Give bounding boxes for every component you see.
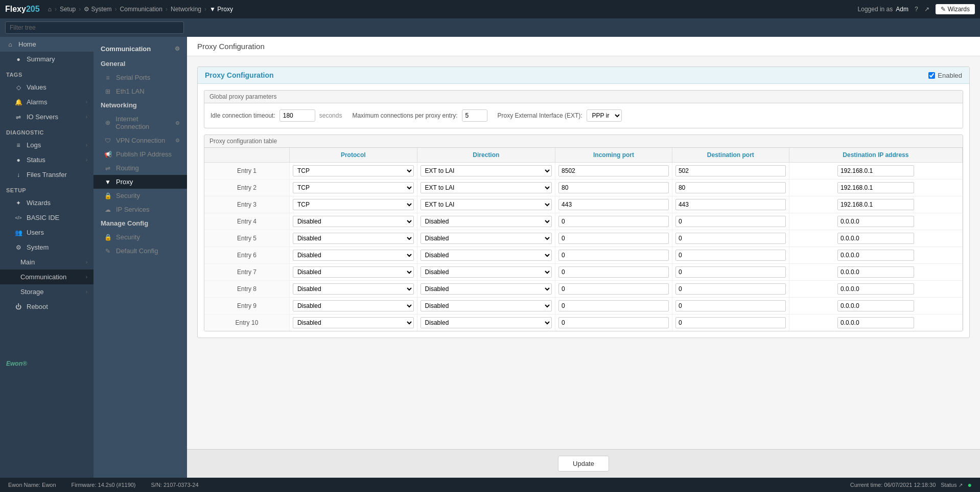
entry-dest-ip-6[interactable] <box>789 247 962 264</box>
breadcrumb-setup[interactable]: Setup <box>60 6 76 13</box>
entry-dest-ip-10[interactable] <box>789 315 962 331</box>
entry-dest-ip-9[interactable] <box>789 298 962 315</box>
sidebar-item-files-transfer[interactable]: ↓ Files Transfer <box>0 167 94 182</box>
incoming-port-input-8[interactable] <box>558 283 669 295</box>
update-button[interactable]: Update <box>558 456 609 472</box>
sidebar-item-io-servers[interactable]: ⇌ IO Servers › <box>0 109 94 124</box>
sidebar-item-status[interactable]: ● Status › <box>0 152 94 167</box>
entry-direction-6[interactable]: EXT to LAILAI to EXTDisabled <box>417 247 555 264</box>
entry-dest-port-9[interactable] <box>672 298 789 315</box>
dest-port-input-8[interactable] <box>675 283 786 295</box>
dest-port-input-7[interactable] <box>675 266 786 278</box>
entry-protocol-4[interactable]: TCPUDPDisabled <box>289 213 417 230</box>
sidebar-item-alarms[interactable]: 🔔 Alarms › <box>0 95 94 109</box>
sidebar-item-system[interactable]: ⚙ System <box>0 240 94 255</box>
filter-input[interactable] <box>5 21 184 34</box>
sidebar-item-users[interactable]: 👥 Users <box>0 225 94 240</box>
entry-protocol-6[interactable]: TCPUDPDisabled <box>289 247 417 264</box>
entry-direction-1[interactable]: EXT to LAILAI to EXTDisabled <box>417 163 555 180</box>
breadcrumb-home-icon[interactable]: ⌂ <box>48 6 52 13</box>
entry-incoming-port-3[interactable] <box>555 196 672 213</box>
sidebar-item-basic-ide[interactable]: </> BASIC IDE <box>0 210 94 225</box>
entry-incoming-port-7[interactable] <box>555 264 672 281</box>
protocol-select-1[interactable]: TCPUDPDisabled <box>293 165 414 176</box>
direction-select-1[interactable]: EXT to LAILAI to EXTDisabled <box>421 165 552 176</box>
breadcrumb-proxy[interactable]: ▼ Proxy <box>209 6 233 13</box>
dest-port-input-3[interactable] <box>675 199 786 210</box>
dest-port-input-6[interactable] <box>675 250 786 261</box>
sidebar-item-reboot[interactable]: ⏻ Reboot <box>0 299 94 314</box>
entry-dest-port-10[interactable] <box>672 315 789 331</box>
dest-port-input-2[interactable] <box>675 182 786 193</box>
sidebar-item-main[interactable]: Main › <box>0 255 94 270</box>
entry-dest-ip-1[interactable] <box>789 163 962 180</box>
sidebar-item-logs[interactable]: ≡ Logs › <box>0 138 94 152</box>
sidebar2-item-default-config[interactable]: ✎ Default Config <box>94 244 187 258</box>
entry-incoming-port-10[interactable] <box>555 315 672 331</box>
entry-dest-port-5[interactable] <box>672 230 789 247</box>
entry-direction-10[interactable]: EXT to LAILAI to EXTDisabled <box>417 315 555 331</box>
sidebar-item-summary[interactable]: ● Summary <box>0 52 94 66</box>
sidebar-item-storage[interactable]: Storage › <box>0 284 94 299</box>
direction-select-8[interactable]: EXT to LAILAI to EXTDisabled <box>421 283 552 295</box>
breadcrumb-communication[interactable]: Communication <box>120 6 162 13</box>
direction-select-10[interactable]: EXT to LAILAI to EXTDisabled <box>421 317 552 328</box>
breadcrumb-networking[interactable]: Networking <box>171 6 201 13</box>
entry-direction-4[interactable]: EXT to LAILAI to EXTDisabled <box>417 213 555 230</box>
proxy-ext-interface-select[interactable]: PPP ir <box>587 109 622 122</box>
entry-protocol-9[interactable]: TCPUDPDisabled <box>289 298 417 315</box>
incoming-port-input-5[interactable] <box>558 233 669 244</box>
external-link-icon[interactable]: ↗ <box>924 6 929 13</box>
incoming-port-input-3[interactable] <box>558 199 669 210</box>
entry-incoming-port-2[interactable] <box>555 180 672 196</box>
protocol-select-9[interactable]: TCPUDPDisabled <box>293 300 414 311</box>
entry-dest-ip-3[interactable] <box>789 196 962 213</box>
sidebar-item-communication[interactable]: Communication › <box>0 270 94 284</box>
entry-dest-port-3[interactable] <box>672 196 789 213</box>
idle-timeout-input[interactable] <box>279 109 315 122</box>
entry-protocol-5[interactable]: TCPUDPDisabled <box>289 230 417 247</box>
direction-select-9[interactable]: EXT to LAILAI to EXTDisabled <box>421 300 552 311</box>
direction-select-7[interactable]: EXT to LAILAI to EXTDisabled <box>421 266 552 278</box>
entry-dest-port-8[interactable] <box>672 281 789 298</box>
dest-port-input-10[interactable] <box>675 317 786 328</box>
entry-protocol-2[interactable]: TCPUDPDisabled <box>289 180 417 196</box>
sidebar-item-home[interactable]: ⌂ Home <box>0 37 94 52</box>
protocol-select-6[interactable]: TCPUDPDisabled <box>293 250 414 261</box>
entry-dest-port-4[interactable] <box>672 213 789 230</box>
protocol-select-4[interactable]: TCPUDPDisabled <box>293 216 414 227</box>
sidebar2-item-manage-security[interactable]: 🔒 Security <box>94 230 187 244</box>
sidebar2-item-eth1-lan[interactable]: ⊞ Eth1 LAN <box>94 84 187 98</box>
sidebar-item-wizards[interactable]: ✦ Wizards <box>0 195 94 210</box>
entry-protocol-8[interactable]: TCPUDPDisabled <box>289 281 417 298</box>
entry-dest-port-7[interactable] <box>672 264 789 281</box>
entry-protocol-7[interactable]: TCPUDPDisabled <box>289 264 417 281</box>
entry-dest-port-2[interactable] <box>672 180 789 196</box>
sidebar2-settings-icon[interactable]: ⚙ <box>175 46 180 52</box>
incoming-port-input-7[interactable] <box>558 266 669 278</box>
dest-ip-input-2[interactable] <box>837 182 914 193</box>
entry-direction-7[interactable]: EXT to LAILAI to EXTDisabled <box>417 264 555 281</box>
entry-direction-3[interactable]: EXT to LAILAI to EXTDisabled <box>417 196 555 213</box>
entry-direction-5[interactable]: EXT to LAILAI to EXTDisabled <box>417 230 555 247</box>
incoming-port-input-1[interactable] <box>558 165 669 176</box>
wizards-button[interactable]: ✎ Wizards <box>936 4 975 14</box>
sidebar2-item-routing[interactable]: ⇌ Routing <box>94 161 187 175</box>
direction-select-4[interactable]: EXT to LAILAI to EXTDisabled <box>421 216 552 227</box>
dest-ip-input-5[interactable] <box>837 233 914 244</box>
sidebar2-item-internet-connection[interactable]: ⊕ Internet Connection ⚙ <box>94 112 187 133</box>
dest-ip-input-6[interactable] <box>837 250 914 261</box>
direction-select-5[interactable]: EXT to LAILAI to EXTDisabled <box>421 233 552 244</box>
dest-ip-input-7[interactable] <box>837 266 914 278</box>
sidebar2-item-serial-ports[interactable]: ≡ Serial Ports <box>94 71 187 84</box>
entry-dest-ip-4[interactable] <box>789 213 962 230</box>
entry-incoming-port-4[interactable] <box>555 213 672 230</box>
direction-select-3[interactable]: EXT to LAILAI to EXTDisabled <box>421 199 552 210</box>
max-connections-input[interactable] <box>462 109 487 122</box>
dest-port-input-9[interactable] <box>675 300 786 311</box>
entry-direction-2[interactable]: EXT to LAILAI to EXTDisabled <box>417 180 555 196</box>
incoming-port-input-4[interactable] <box>558 216 669 227</box>
sidebar2-item-proxy[interactable]: ▼ Proxy <box>94 175 187 189</box>
dest-port-input-1[interactable] <box>675 165 786 176</box>
dest-ip-input-1[interactable] <box>837 165 914 176</box>
